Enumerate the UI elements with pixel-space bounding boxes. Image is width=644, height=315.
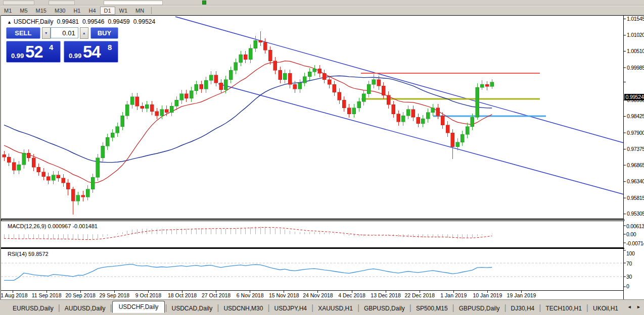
sell-price-prefix: 0.99 <box>11 52 24 60</box>
tab-usdcad-daily[interactable]: USDCAD,Daily <box>167 303 217 313</box>
toolbar-separator <box>151 7 152 14</box>
chart-symbol-title: USDCHF,Daily <box>14 18 54 25</box>
tab-ukoil-h1[interactable]: UKOil,H1 <box>588 303 623 313</box>
top-toolbar-strip <box>0 0 644 6</box>
svg-text:0.95305: 0.95305 <box>627 211 644 217</box>
chart-tab-bar: ◄ ► EURUSD,Daily|AUDUSD,Daily|USDCHF,Dai… <box>0 299 644 315</box>
svg-text:19 Jan 2019: 19 Jan 2019 <box>507 292 536 298</box>
buy-price-button[interactable]: 0.99 54 8 <box>64 41 118 63</box>
timeframe-mn[interactable]: MN <box>131 7 148 15</box>
toolbar-fragment <box>49 1 75 5</box>
macd-axis-min: -0.007142 <box>626 240 644 246</box>
svg-text:11 Sep 2018: 11 Sep 2018 <box>32 292 62 298</box>
timeframe-m15[interactable]: M15 <box>32 7 51 15</box>
buy-order-icon <box>202 1 206 5</box>
tab-usdcnh-m30[interactable]: USDCNH,M30 <box>219 303 267 313</box>
tab-gbpusd-daily[interactable]: GBPUSD,Daily <box>454 303 504 313</box>
macd-indicator-label: MACD(12,26,9) 0.000967 -0.001481 <box>8 223 98 229</box>
volume-increase-button[interactable]: ▲ <box>80 27 88 39</box>
spin-down-icon: ▼ <box>44 31 48 35</box>
timeframe-d1[interactable]: D1 <box>100 7 115 15</box>
svg-text:0.96340: 0.96340 <box>627 178 644 184</box>
sell-button[interactable]: SELL <box>6 27 40 39</box>
buy-price-pip: 8 <box>108 43 112 51</box>
current-price-tag: 0.99524 <box>624 94 644 100</box>
date-axis: 31 Aug 201811 Sep 201820 Sep 201829 Sep … <box>1 291 536 298</box>
svg-text:0.99985: 0.99985 <box>627 65 644 71</box>
svg-text:0.98425: 0.98425 <box>627 113 644 119</box>
tab-scroll-right-icon[interactable]: ► <box>636 304 641 309</box>
tab-sp500-m15[interactable]: SP500,M15 <box>411 303 452 313</box>
timeframe-toolbar: M1M5M15M30H1H4D1W1MN <box>0 6 644 16</box>
svg-text:31 Aug 2018: 31 Aug 2018 <box>1 292 28 298</box>
svg-text:15 Nov 2018: 15 Nov 2018 <box>269 292 299 298</box>
sell-price-big: 52 <box>25 42 43 62</box>
toolbar-fragment <box>3 1 34 5</box>
svg-text:6 Nov 2018: 6 Nov 2018 <box>237 292 264 298</box>
tab-tech100-h1[interactable]: TECH100,H1 <box>541 303 586 313</box>
ohlc-high: 0.99546 <box>82 18 104 25</box>
buy-button[interactable]: BUY <box>90 27 118 39</box>
svg-text:1.01020: 1.01020 <box>627 32 644 38</box>
timeframe-m1[interactable]: M1 <box>0 7 16 15</box>
svg-text:0.97375: 0.97375 <box>627 146 644 152</box>
rsi-axis-100: 100 <box>626 250 635 256</box>
svg-text:22 Dec 2018: 22 Dec 2018 <box>404 292 435 298</box>
timeframe-m5[interactable]: M5 <box>16 7 31 15</box>
svg-text:1 Jan 2019: 1 Jan 2019 <box>440 292 467 298</box>
tab-usdjpy-h4[interactable]: USDJPY,H4 <box>270 303 311 313</box>
svg-text:0.95815: 0.95815 <box>627 195 644 201</box>
buy-price-big: 54 <box>83 42 101 62</box>
ohlc-low: 0.99459 <box>108 18 129 25</box>
chart-header: ▲USDCHF,Daily0.994810.995460.994590.9952… <box>7 18 155 25</box>
rsi-indicator-label: RSI(14) 59.8572 <box>8 251 49 257</box>
tab-xauusd-h1[interactable]: XAUUSD,H1 <box>313 303 357 313</box>
svg-text:13 Dec 2018: 13 Dec 2018 <box>371 292 401 298</box>
tab-usdchf-daily[interactable]: USDCHF,Daily <box>112 301 165 313</box>
volume-decrease-button[interactable]: ▼ <box>42 27 51 39</box>
tab-scroll-buttons: ◄ ► <box>624 304 641 309</box>
sell-price-pip: 4 <box>49 43 53 51</box>
svg-text:4 Dec 2018: 4 Dec 2018 <box>338 292 365 298</box>
one-click-trade-panel: SELL ▼ 0.01 ▲ BUY 0.99 52 4 0.99 54 8 <box>6 27 118 63</box>
timeframe-h1[interactable]: H1 <box>69 7 84 15</box>
svg-text:20 Sep 2018: 20 Sep 2018 <box>65 292 96 298</box>
volume-input[interactable]: 0.01 <box>51 27 78 38</box>
toolbar-field-fragment <box>104 1 163 5</box>
svg-text:1.00510: 1.00510 <box>627 48 644 54</box>
svg-text:1.01545: 1.01545 <box>627 16 644 22</box>
buy-price-prefix: 0.99 <box>69 52 81 60</box>
tab-dj30-h4[interactable]: DJ30,H4 <box>507 303 539 313</box>
svg-text:18 Oct 2018: 18 Oct 2018 <box>168 292 197 298</box>
timeframe-w1[interactable]: W1 <box>115 7 132 15</box>
svg-text:24 Nov 2018: 24 Nov 2018 <box>303 292 333 298</box>
ohlc-open: 0.99481 <box>57 18 79 25</box>
collapse-panel-icon[interactable]: ▲ <box>7 20 12 25</box>
timeframe-m30[interactable]: M30 <box>51 7 69 15</box>
tab-gbpusd-daily[interactable]: GBPUSD,Daily <box>359 303 409 313</box>
sell-price-button[interactable]: 0.99 52 4 <box>6 41 61 63</box>
svg-text:0.97900: 0.97900 <box>627 130 644 136</box>
ohlc-close: 0.99524 <box>133 18 155 25</box>
tab-eurusd-daily[interactable]: EURUSD,Daily <box>8 303 58 313</box>
rsi-axis-0: 0 <box>626 283 629 289</box>
spin-up-icon: ▲ <box>82 31 86 35</box>
rsi-axis-70: 70 <box>626 260 632 267</box>
svg-text:29 Sep 2018: 29 Sep 2018 <box>100 292 130 298</box>
timeframe-h4[interactable]: H4 <box>84 7 100 15</box>
macd-axis-max: 0.006137 <box>626 223 644 229</box>
svg-text:10 Jan 2019: 10 Jan 2019 <box>473 292 502 298</box>
chart-window: 1.015451.010201.005100.999850.989500.984… <box>0 15 644 299</box>
macd-axis-zero: 0.00 <box>626 231 636 237</box>
tab-scroll-left-icon[interactable]: ◄ <box>627 304 632 309</box>
tab-audusd-daily[interactable]: AUDUSD,Daily <box>60 303 110 313</box>
svg-text:0.96865: 0.96865 <box>627 162 644 168</box>
svg-text:27 Oct 2018: 27 Oct 2018 <box>202 292 231 298</box>
svg-text:9 Oct 2018: 9 Oct 2018 <box>135 292 162 298</box>
rsi-axis-30: 30 <box>626 274 632 280</box>
